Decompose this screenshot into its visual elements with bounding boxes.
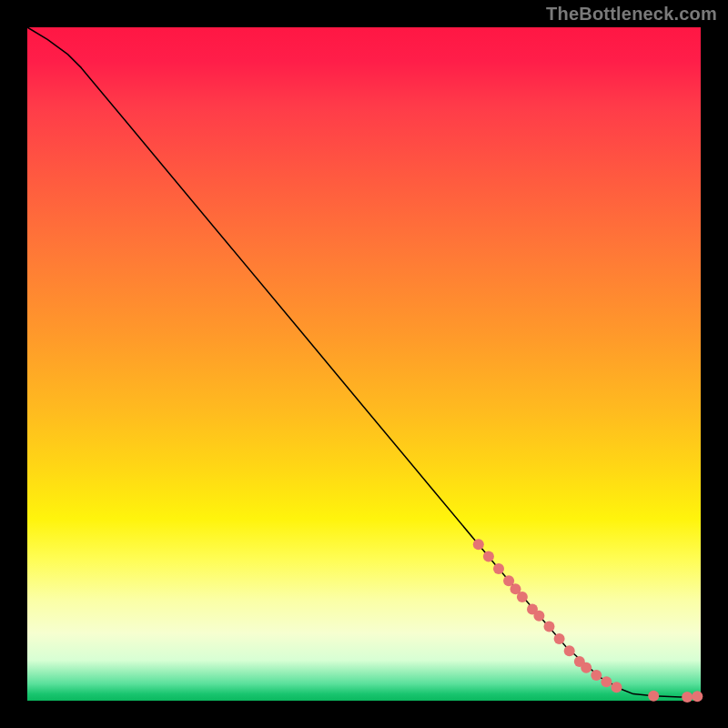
attribution-label: TheBottleneck.com — [546, 4, 717, 25]
data-point — [493, 563, 504, 574]
data-point — [533, 611, 544, 622]
data-point — [612, 682, 622, 693]
data-point — [554, 633, 565, 644]
chart-overlay — [27, 27, 701, 701]
data-point — [591, 670, 602, 681]
data-point — [564, 645, 575, 656]
plot-area — [27, 27, 701, 701]
chart-stage: TheBottleneck.com — [0, 0, 728, 728]
data-point — [692, 691, 703, 702]
data-point — [601, 676, 612, 687]
data-point — [581, 662, 592, 673]
data-point — [473, 539, 484, 550]
data-point — [682, 692, 693, 703]
data-point — [648, 691, 659, 702]
sample-points — [473, 539, 703, 703]
data-point — [483, 551, 494, 562]
data-point — [544, 622, 555, 632]
data-point — [517, 592, 528, 602]
bottleneck-curve — [27, 27, 701, 697]
